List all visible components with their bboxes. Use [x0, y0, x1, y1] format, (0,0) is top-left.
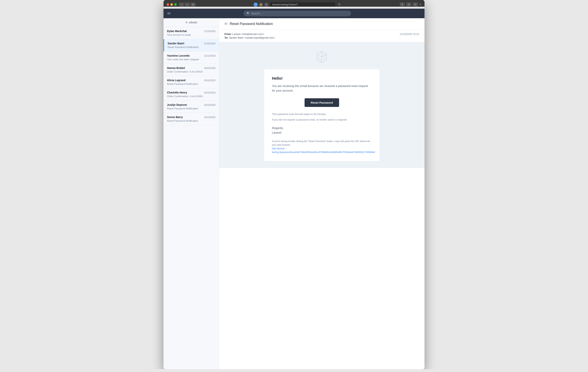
maximize-button[interactable] [174, 3, 177, 6]
email-subject-7: Reset Password Notification [167, 119, 216, 122]
search-bar[interactable]: 🔍 Search... [243, 11, 351, 16]
reload-button[interactable]: ↻ [337, 3, 342, 7]
email-item-7[interactable]: Senne Barry 19/10/2020 Reset Password No… [164, 113, 219, 125]
app-body: ↻ refresh Dylan Maréchal 21/10/2020 Your… [164, 18, 424, 369]
email-date-7: 19/10/2020 [204, 116, 216, 119]
refresh-label: refresh [189, 21, 197, 24]
new-tab-button[interactable]: + [419, 2, 421, 7]
email-detail-panel: ✉ Reset Password Notification From: Lara… [219, 18, 424, 369]
email-item-1[interactable]: Sander Baert 21/10/2020 Reset Password N… [164, 39, 219, 52]
forward-button[interactable]: › [185, 3, 190, 7]
email-subject-0: Your account is ready [167, 33, 216, 36]
traffic-lights [167, 3, 177, 6]
email-meta: From: Laravel <info@domain.com> To: Sand… [219, 30, 424, 43]
email-subject-1: Reset Password Notification [168, 46, 216, 49]
download-icon[interactable]: ⬇ [400, 2, 405, 6]
refresh-button[interactable]: ↻ refresh [164, 18, 219, 27]
minimize-button[interactable] [170, 3, 173, 6]
email-logo-area [225, 49, 419, 65]
email-item-0[interactable]: Dylan Maréchal 21/10/2020 Your account i… [164, 27, 219, 39]
email-card: Hello! You are receiving this email beca… [264, 69, 379, 161]
email-date-2: 21/10/2020 [204, 54, 216, 57]
email-sender-2: Yasmine Lecomte [167, 54, 189, 57]
share-icon[interactable]: ⬆ [406, 2, 411, 6]
email-intro: You are receiving this email because we … [272, 84, 372, 93]
info-icon[interactable]: ℹ [264, 2, 268, 7]
search-placeholder: Search... [252, 12, 262, 15]
email-footer-note: If you're having trouble clicking the "R… [272, 139, 372, 154]
email-date-6: 19/10/2020 [204, 104, 216, 106]
lock-icon[interactable]: 🔒 [259, 2, 263, 7]
email-sender-6: Justijn Depover [167, 103, 187, 106]
email-subject-2: Your order has been shipped [167, 58, 216, 61]
from-label: From: [225, 33, 232, 35]
footer-note-text: If you're having trouble clicking the "R… [272, 140, 370, 146]
regards-line1: Regards, [272, 126, 284, 129]
laravel-logo [314, 49, 329, 65]
email-item-4[interactable]: Alicia Legrand 20/10/2020 Reset Password… [164, 76, 219, 88]
email-sender-5: Charlotte Henry [167, 91, 187, 94]
reset-url-link[interactable]: http://laravel-testing.l/password/reset/… [272, 147, 375, 154]
email-date-1: 21/10/2020 [204, 42, 216, 45]
no-action-note: If you did not request a password reset,… [272, 118, 372, 122]
email-from-line: From: Laravel <info@domain.com> [225, 33, 275, 35]
email-detail-title: Reset Password Notification [230, 22, 273, 26]
email-date-0: 21/10/2020 [204, 30, 216, 33]
shield-icon[interactable]: 🛡 [253, 2, 258, 7]
url-bar-container: 🛡 🔒 ℹ laravel-testing.l/inbox/7 ↻ [198, 2, 398, 7]
email-subject-5: Order Confirmation: S-44-21893 [167, 95, 216, 98]
app-header: ✉ 🔍 Search... [164, 9, 424, 18]
fullscreen-icon[interactable]: ⧉ [413, 2, 418, 6]
email-sender-1: Sander Baert [168, 42, 184, 45]
email-title-icon: ✉ [225, 22, 227, 26]
refresh-icon: ↻ [185, 21, 188, 24]
email-timestamp: 21/10/2020 15:22 [400, 33, 419, 35]
regards-lines: Regards, Laravel [272, 126, 372, 135]
sidebar: ↻ refresh Dylan Maréchal 21/10/2020 Your… [164, 18, 219, 369]
email-greeting: Hello! [272, 76, 372, 81]
email-sender-3: Hamza Bodart [167, 66, 185, 69]
email-date-4: 20/10/2020 [204, 79, 216, 82]
nav-buttons: ‹ › ⊞ [179, 3, 196, 7]
email-date-3: 20/10/2020 [204, 67, 216, 69]
email-subject-3: Order Confirmation: S-42-20418 [167, 70, 216, 73]
email-sender-0: Dylan Maréchal [167, 30, 187, 33]
email-item-5[interactable]: Charlotte Henry 20/10/2020 Order Confirm… [164, 88, 219, 101]
email-item-3[interactable]: Hamza Bodart 20/10/2020 Order Confirmati… [164, 64, 219, 76]
reset-button-area: Reset Password [272, 98, 372, 107]
back-button[interactable]: ‹ [179, 3, 184, 7]
email-date-5: 20/10/2020 [204, 91, 216, 94]
email-sender-4: Alicia Legrand [167, 79, 185, 82]
url-text: laravel-testing.l/inbox/7 [272, 3, 298, 6]
email-detail-header: ✉ Reset Password Notification [219, 18, 424, 30]
to-value: Sander Baert <sander.baert@gmail.com> [229, 36, 275, 39]
search-icon: 🔍 [247, 12, 250, 15]
from-value: Laravel <info@domain.com> [232, 33, 264, 35]
to-label: To: [225, 36, 228, 39]
expiry-note: This password reset link will expire in … [272, 112, 372, 116]
email-subject-4: Reset Password Notification [167, 83, 216, 85]
sidebar-toggle-button[interactable]: ⊞ [190, 3, 196, 7]
email-body: Hello! You are receiving this email beca… [219, 43, 424, 168]
email-subject-6: Reset Password Notification [167, 107, 216, 110]
close-button[interactable] [167, 3, 169, 6]
app-logo-icon: ✉ [167, 11, 171, 16]
browser-chrome: ‹ › ⊞ 🛡 🔒 ℹ laravel-testing.l/inbox/7 ↻ … [164, 0, 424, 7]
email-to-line: To: Sander Baert <sander.baert@gmail.com… [225, 36, 275, 39]
reset-password-button[interactable]: Reset Password [304, 98, 339, 107]
url-bar[interactable]: laravel-testing.l/inbox/7 [270, 2, 335, 7]
browser-actions: ⬇ ⬆ ⧉ + [400, 2, 421, 7]
email-sender-7: Senne Barry [167, 116, 183, 119]
email-item-6[interactable]: Justijn Depover 19/10/2020 Reset Passwor… [164, 101, 219, 113]
regards-line2: Laravel [272, 131, 281, 134]
email-item-2[interactable]: Yasmine Lecomte 21/10/2020 Your order ha… [164, 52, 219, 64]
